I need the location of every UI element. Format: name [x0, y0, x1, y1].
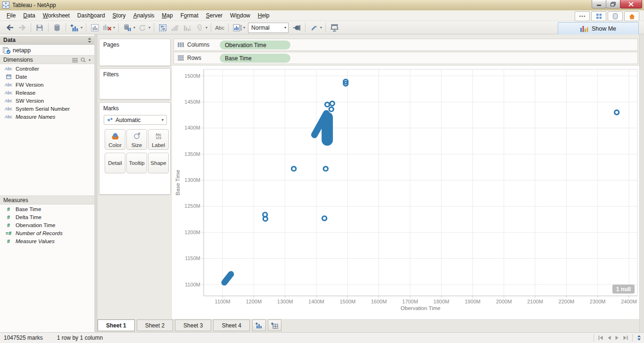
filters-shelf[interactable]: Filters: [99, 68, 171, 99]
datasource-button[interactable]: [51, 22, 63, 33]
menu-server[interactable]: Server: [202, 11, 226, 20]
clip-button[interactable]: [193, 22, 206, 33]
mark-type-dropdown[interactable]: Automatic ▾: [104, 115, 167, 125]
first-page-icon[interactable]: [598, 335, 603, 340]
last-page-icon[interactable]: [623, 335, 628, 340]
datasource-item[interactable]: netapp: [0, 45, 94, 55]
duplicate-sheet-button[interactable]: [89, 22, 101, 33]
caret-down-icon[interactable]: ▾: [133, 25, 135, 30]
swap-axes-button[interactable]: [157, 22, 169, 33]
pages-shelf[interactable]: Pages: [99, 39, 171, 66]
data-pane-header[interactable]: Data: [0, 36, 94, 45]
new-worksheet-button[interactable]: [68, 22, 81, 33]
field-controller[interactable]: AbcController: [0, 65, 94, 73]
caret-down-icon[interactable]: ▾: [320, 25, 322, 30]
rows-pill[interactable]: Base Time: [220, 54, 290, 63]
sheet-tab-sheet-1[interactable]: Sheet 1: [98, 319, 135, 331]
columns-shelf[interactable]: Columns Obervation Time: [173, 39, 638, 51]
caret-down-icon[interactable]: ▾: [243, 25, 245, 30]
caret-down-icon[interactable]: ▾: [149, 25, 150, 30]
swap-axes-icon: [159, 24, 167, 32]
close-button[interactable]: [620, 0, 642, 8]
pin-button[interactable]: [290, 22, 303, 33]
next-page-icon[interactable]: [615, 335, 619, 340]
shape-mark-icon: [107, 117, 113, 122]
resize-stepper-icon[interactable]: [637, 335, 641, 341]
field-sw-version[interactable]: AbcSW Version: [0, 97, 94, 105]
y-tick-label: 1500M: [184, 73, 200, 79]
marks-label-button[interactable]: Abc123 Label: [148, 129, 169, 150]
view-size-select[interactable]: Normal▾: [248, 23, 289, 33]
marks-shape-button[interactable]: Shape: [148, 153, 169, 173]
refresh-button[interactable]: [136, 22, 149, 33]
sort-ascending-button[interactable]: [169, 22, 181, 33]
menu-format[interactable]: Format: [177, 11, 202, 20]
pen-button[interactable]: [308, 22, 320, 33]
sheet-tab-sheet-4[interactable]: Sheet 4: [213, 319, 249, 331]
field-date[interactable]: Date: [0, 73, 94, 81]
field-release[interactable]: AbcRelease: [0, 89, 94, 97]
search-icon[interactable]: [81, 57, 86, 63]
restore-button[interactable]: [606, 0, 620, 8]
run-update-button[interactable]: [121, 22, 133, 33]
forward-button[interactable]: [16, 22, 28, 33]
show-cards-tab[interactable]: [591, 11, 606, 21]
measures-header[interactable]: Measures: [0, 196, 94, 204]
marks-count: 1047525 marks: [4, 335, 43, 341]
field-delta-time[interactable]: #Delta Time: [0, 213, 94, 221]
clear-sheet-button[interactable]: [101, 22, 113, 33]
previous-page-icon[interactable]: [607, 335, 611, 340]
scatter-plot[interactable]: 1100M1200M1300M1400M1500M1600M1700M1800M…: [172, 66, 639, 319]
y-tick-label: 1100M: [185, 282, 200, 287]
presentation-button[interactable]: [328, 22, 340, 33]
mark-type-value: Automatic: [116, 117, 140, 123]
rows-shelf[interactable]: Rows Base Time: [173, 52, 638, 64]
caret-down-icon[interactable]: ▾: [81, 25, 83, 30]
abc-labels-button[interactable]: Abc: [214, 22, 226, 33]
fit-chart-button[interactable]: [231, 22, 243, 33]
marks-detail-button[interactable]: Detail: [105, 153, 125, 173]
sort-descending-button[interactable]: [181, 22, 193, 33]
right-scroll-strip[interactable]: [639, 34, 644, 332]
marks-color-button[interactable]: Color: [105, 129, 125, 150]
marks-size-button[interactable]: Size: [126, 129, 147, 150]
sheet-tab-sheet-2[interactable]: Sheet 2: [137, 319, 173, 331]
caret-down-icon[interactable]: ▾: [206, 25, 207, 30]
sheet-tab-sheet-3[interactable]: Sheet 3: [175, 319, 211, 331]
menu-help[interactable]: Help: [254, 11, 273, 20]
menu-worksheet[interactable]: Worksheet: [39, 11, 74, 20]
sort-fields-icon[interactable]: [88, 38, 91, 43]
field-base-time[interactable]: #Base Time: [0, 205, 94, 213]
field-obervation-time[interactable]: #Obervation Time: [0, 221, 94, 229]
y-tick-label: 1300M: [184, 177, 200, 183]
field-number-of-records[interactable]: =#Number of Records: [0, 229, 94, 237]
menu-data[interactable]: Data: [19, 11, 39, 20]
new-worksheet-tab-button[interactable]: [252, 319, 266, 331]
field-label: System Serial Number: [16, 106, 70, 112]
menu-analysis[interactable]: Analysis: [130, 11, 158, 20]
field-fw-version[interactable]: AbcFW Version: [0, 81, 94, 89]
field-measure-names[interactable]: AbcMeasure Names: [0, 113, 94, 121]
caret-down-icon[interactable]: ▾: [113, 25, 115, 30]
menu-file[interactable]: File: [3, 11, 19, 20]
save-button[interactable]: [33, 22, 46, 33]
field-system-serial-number[interactable]: AbcSystem Serial Number: [0, 105, 94, 113]
x-tick-label: 2400M: [621, 299, 637, 304]
columns-pill[interactable]: Obervation Time: [220, 41, 290, 49]
dimensions-header[interactable]: Dimensions ▾: [0, 55, 94, 64]
datasource-tab[interactable]: [608, 11, 623, 21]
marks-tooltip-button[interactable]: Tooltip: [126, 153, 147, 173]
new-dashboard-tab-button[interactable]: [268, 319, 281, 331]
home-tab[interactable]: [624, 11, 639, 21]
back-button[interactable]: [4, 22, 16, 33]
menu-window[interactable]: Window: [226, 11, 254, 20]
menu-story[interactable]: Story: [109, 11, 130, 20]
view-list-icon[interactable]: [72, 58, 78, 63]
menu-map[interactable]: Map: [158, 11, 176, 20]
chevron-down-icon[interactable]: ▾: [89, 58, 91, 62]
field-measure-values[interactable]: #Measure Values: [0, 237, 94, 245]
menu-dashboard[interactable]: Dashboard: [74, 11, 109, 20]
show-me-button[interactable]: Show Me: [558, 22, 639, 35]
minimize-button[interactable]: [592, 0, 606, 8]
toolbar-toggle-tab[interactable]: [575, 11, 590, 21]
